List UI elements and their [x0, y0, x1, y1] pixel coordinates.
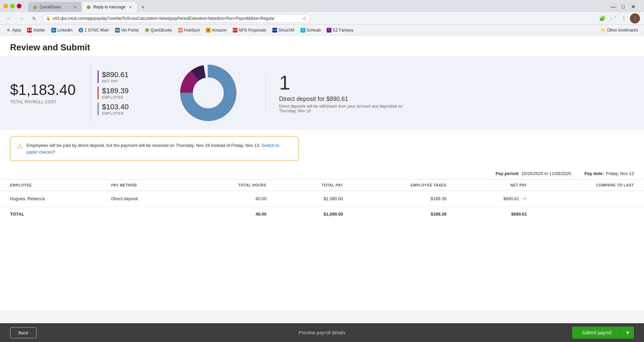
- tab-reply[interactable]: 🟢 Reply to message ✕: [82, 2, 137, 12]
- bookmark-star-icon[interactable]: ☆: [302, 15, 307, 21]
- reload-button[interactable]: ↻: [30, 14, 39, 23]
- pay-date-item: Pay date: Friday, Nov 13: [585, 171, 634, 176]
- row-employee: Hugues, Rebecca: [0, 191, 101, 207]
- bookmark-apps-label: Apps: [12, 28, 21, 33]
- bookmark-linkedin[interactable]: in LinkedIn: [49, 27, 75, 34]
- warning-icon: ⚠: [17, 142, 22, 150]
- pdf-button[interactable]: 📄: [608, 14, 618, 23]
- profile-avatar[interactable]: 👤: [630, 13, 640, 23]
- total-payroll-label: TOTAL PAYROLL COST: [10, 100, 84, 104]
- minimize-window-button[interactable]: —: [609, 3, 617, 11]
- tab-quickbooks[interactable]: 🟢 QuickBooks ✕: [28, 2, 82, 12]
- pay-period-item: Pay period: 10/26/2020 to 11/08/2020: [496, 171, 571, 176]
- totals-pay-method: [101, 207, 187, 222]
- page-title: Review and Submit: [10, 42, 634, 53]
- deposit-desc: Direct deposits will be withdrawn from y…: [279, 104, 413, 113]
- extensions-button[interactable]: 🧩: [598, 14, 607, 23]
- browser-menu-button[interactable]: ⋮: [619, 14, 629, 23]
- row-pay-method: Direct deposit: [101, 191, 187, 207]
- other-bookmarks-icon: 📁: [601, 28, 606, 33]
- bookmark-hubspot[interactable]: HS HubSpot: [175, 27, 203, 34]
- security-icon: 🔒: [46, 16, 51, 20]
- totals-hours: 40.00: [187, 207, 276, 222]
- quickbooks-favicon: 🟢: [32, 4, 38, 10]
- warning-text-after: ?: [52, 150, 55, 155]
- maximize-window-button[interactable]: □: [619, 3, 627, 11]
- deposit-count: 1: [279, 73, 433, 93]
- bookmark-amazon[interactable]: a Amazon: [203, 27, 229, 34]
- summary-section: $1,183.40 TOTAL PAYROLL COST $890.61 NET…: [0, 56, 644, 130]
- pay-breakdown: $890.61 NET PAY $189.39 EMPLOYEE $103.40…: [98, 70, 165, 115]
- bookmark-siriusxm[interactable]: SXM SiriusXM: [270, 27, 297, 34]
- bookmark-nfg-label: NFG Proposals: [239, 28, 266, 33]
- employee-taxes-block: $189.39 EMPLOYEE: [98, 87, 165, 99]
- net-pay-block: $890.61 NET PAY: [98, 70, 165, 83]
- edit-row-icon[interactable]: ✏: [523, 195, 527, 202]
- totals-label: TOTAL: [0, 207, 101, 222]
- svg-point-3: [193, 78, 223, 108]
- tab-reply-close[interactable]: ✕: [127, 4, 133, 10]
- donut-svg: [178, 63, 238, 123]
- url-bar[interactable]: 🔒 c43.qbo.intuit.com/app/payday?useNetTo…: [42, 14, 311, 23]
- col-pay-method: PAY METHOD: [101, 180, 187, 191]
- schwab-favicon: S: [301, 28, 305, 33]
- bookmark-apps[interactable]: ⊞ Apps: [3, 27, 24, 34]
- summary-divider-1: [91, 63, 91, 123]
- row-employee-taxes: $189.39: [353, 191, 457, 207]
- total-payroll-amount: $1,183.40: [10, 81, 84, 98]
- new-tab-button[interactable]: +: [138, 3, 148, 12]
- ezfantasy-favicon: Y: [327, 28, 331, 33]
- hubspot-favicon: HS: [178, 28, 183, 33]
- donut-chart: [178, 63, 238, 123]
- table-header-row: EMPLOYEE PAY METHOD TOTAL HOURS TOTAL PA…: [0, 180, 644, 191]
- direct-deposit-info: 1 Direct deposit for $890.61 Direct depo…: [265, 73, 433, 113]
- pay-period-label: Pay period:: [496, 171, 520, 176]
- close-window-button[interactable]: ✕: [629, 3, 637, 11]
- bookmark-qb-label: QuickBooks: [151, 28, 172, 33]
- siriusxm-favicon: SXM: [272, 28, 277, 33]
- bookmark-sync[interactable]: ● 1 SYNC Main: [76, 27, 112, 34]
- pay-period-row: Pay period: 10/26/2020 to 11/08/2020 Pay…: [0, 168, 644, 179]
- employer-value: $103.40: [102, 103, 165, 111]
- warning-box: ⚠ Employees will be paid by direct depos…: [10, 136, 299, 161]
- bookmark-ezfantasy-label: EZ Fantasy: [333, 28, 353, 33]
- bookmark-schwab[interactable]: S Schwab: [298, 27, 324, 34]
- payroll-table: EMPLOYEE PAY METHOD TOTAL HOURS TOTAL PA…: [0, 179, 644, 221]
- total-payroll-cost-block: $1,183.40 TOTAL PAYROLL COST: [10, 81, 84, 104]
- amazon-favicon: a: [206, 28, 211, 33]
- tab-reply-label: Reply to message: [93, 5, 125, 9]
- minimize-button[interactable]: [3, 4, 8, 8]
- bookmark-linkedin-label: LinkedIn: [57, 28, 72, 33]
- close-button[interactable]: [17, 4, 21, 8]
- bookmark-quickbooks[interactable]: 🟢 QuickBooks: [142, 27, 175, 34]
- employee-value: $189.39: [102, 87, 165, 95]
- maximize-button[interactable]: [10, 4, 15, 8]
- warning-text: Employees will be paid by direct deposit…: [26, 142, 291, 155]
- bookmark-schwab-label: Schwab: [307, 28, 321, 33]
- linkedin-favicon: in: [51, 28, 56, 33]
- bookmark-nfg[interactable]: NFG NFG Proposals: [230, 27, 269, 34]
- back-nav-button[interactable]: ←: [4, 14, 13, 23]
- other-bookmarks-label: Other bookmarks: [607, 28, 638, 33]
- col-net-pay: NET PAY: [457, 180, 537, 191]
- forward-nav-button[interactable]: →: [17, 14, 26, 23]
- tab-quickbooks-close[interactable]: ✕: [72, 4, 78, 10]
- bookmark-vetportal[interactable]: VA Vet Portal: [112, 27, 141, 34]
- other-bookmarks[interactable]: 📁 Other bookmarks: [598, 27, 641, 34]
- row-total-pay: $1,080.00: [276, 191, 353, 207]
- employer-block: $103.40 EMPLOYER: [98, 103, 165, 115]
- col-compare: COMPARE TO LAST: [537, 180, 644, 191]
- col-employee: EMPLOYEE: [0, 180, 101, 191]
- bookmark-ezfantasy[interactable]: Y EZ Fantasy: [324, 27, 356, 34]
- bookmark-hubspot-label: HubSpot: [184, 28, 200, 33]
- totals-row: TOTAL 40.00 $1,080.00 $189.39 $890.61: [0, 207, 644, 222]
- col-total-hours: TOTAL HOURS: [187, 180, 276, 191]
- qb-favicon: 🟢: [145, 28, 149, 33]
- pay-date-label: Pay date:: [585, 171, 604, 176]
- vetportal-favicon: VA: [115, 28, 120, 33]
- tab-quickbooks-label: QuickBooks: [40, 5, 61, 9]
- bookmark-arbiter[interactable]: AS Arbiter: [24, 27, 48, 34]
- bookmark-amazon-label: Amazon: [212, 28, 227, 33]
- bookmark-sync-label: 1 SYNC Main: [85, 28, 109, 33]
- url-text: c43.qbo.intuit.com/app/payday?useNetToGr…: [53, 16, 274, 21]
